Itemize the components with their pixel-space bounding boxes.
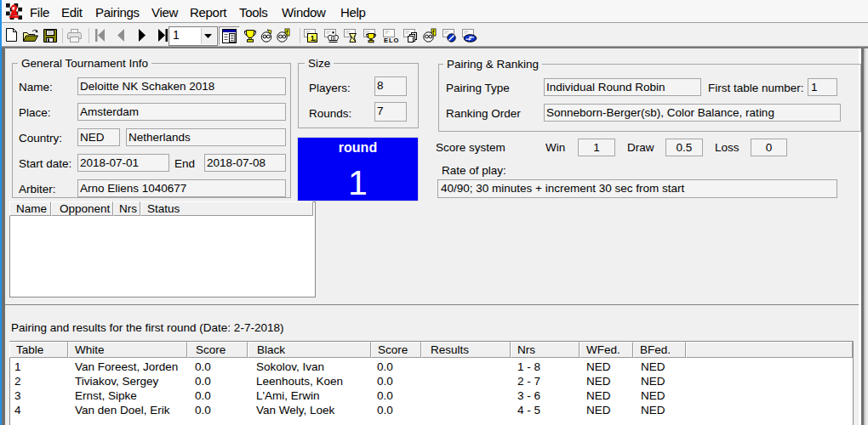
svg-text:ELO: ELO <box>384 37 399 44</box>
svg-text:1: 1 <box>311 34 315 42</box>
